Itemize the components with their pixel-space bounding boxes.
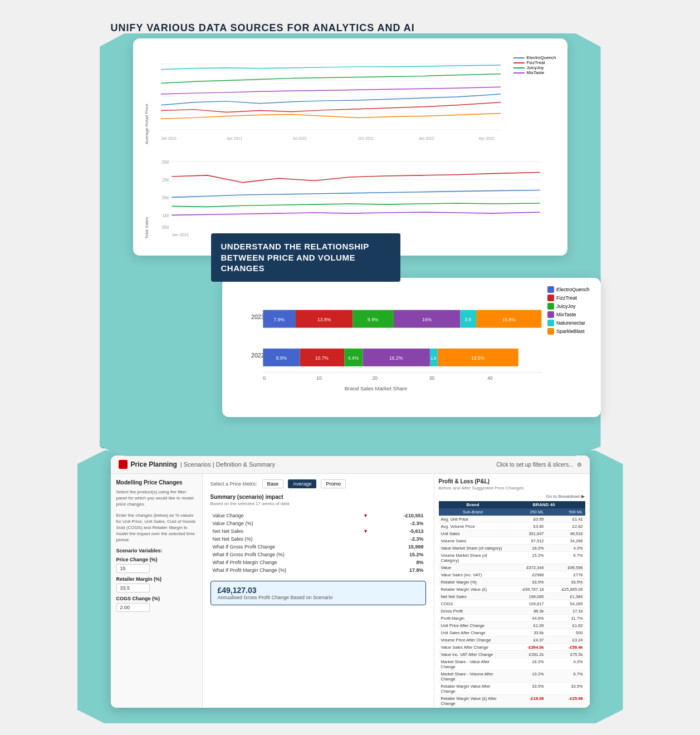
pl-sub-label: Sub-Brand <box>441 509 505 514</box>
highlight-amount: £49,127.03 <box>218 586 419 595</box>
svg-text:30: 30 <box>429 375 434 381</box>
pl-row: Value inc. VAT After Change£391.2k£75.5k <box>439 651 585 658</box>
section-2-wrapper: UNDERSTAND THE RELATIONSHIP BETWEEN PRIC… <box>100 233 601 417</box>
pl-sub-500ml: 500 ML <box>544 509 583 514</box>
impact-table: Value Change ▼ -£10,551 Value Change (%)… <box>211 512 426 574</box>
pl-subheader-row: Sub-Brand 250 ML 500 ML <box>439 508 585 516</box>
stacked-bar-area: 2023 7.9% 13.8% 9.9% 16% 3.9 <box>233 286 542 413</box>
dashboard-app-title: Price Planning <box>131 460 177 468</box>
svg-text:0: 0 <box>263 375 266 381</box>
filter-slicers-text: Click to set up filters & slicers... <box>496 462 573 468</box>
table-row: What If Gross Profit Change (%) 15.2% <box>211 551 426 558</box>
line-chart-1-legend: ElectroQuench FizzTreat JuicyJoy MixTast… <box>513 55 556 75</box>
pl-row: Profit Margin44.6%31.7% <box>439 615 585 622</box>
pl-row: Retailer Margin (%)33.5%33.5% <box>439 579 585 586</box>
svg-text:8.9%: 8.9% <box>276 355 287 361</box>
row-value-4: 15,999 <box>379 543 426 551</box>
svg-text:16%: 16% <box>422 317 432 322</box>
svg-text:Apr 2021: Apr 2021 <box>227 136 242 141</box>
sidebar-label-1: Retailer Margin (%) <box>116 576 197 582</box>
svg-text:1M: 1M <box>162 213 169 218</box>
svg-text:Jan 2022: Jan 2022 <box>418 136 434 140</box>
spacer-1 <box>361 520 379 527</box>
svg-text:10: 10 <box>316 375 322 381</box>
svg-text:2M: 2M <box>162 177 169 183</box>
svg-text:7.9%: 7.9% <box>273 317 285 322</box>
tooltip-box: UNDERSTAND THE RELATIONSHIP BETWEEN PRIC… <box>211 233 400 282</box>
dashboard-main: Select a Price Metric: Base Average Prom… <box>203 474 434 708</box>
svg-text:Brand Sales Market Share: Brand Sales Market Share <box>344 385 407 391</box>
pl-row: Retailer Margin Value (£)-£99,787.18-£25… <box>439 586 585 593</box>
dashboard-breadcrumb: | Scenarios | Definition & Summary <box>180 461 275 468</box>
price-metric-row: Select a Price Metric: Base Average Prom… <box>211 479 426 488</box>
row-value-3: -2.3% <box>379 535 426 543</box>
pl-row: Retailer Margin Value (£) After Change-£… <box>439 695 585 707</box>
page-container: UNIFY VARIOUS DATA SOURCES FOR ANALYTICS… <box>0 0 700 735</box>
base-button[interactable]: Base <box>262 479 284 488</box>
svg-text:20: 20 <box>372 375 378 381</box>
pl-header-label: Brand <box>441 502 505 507</box>
table-row: What If Profit Margin Change 8% <box>211 558 426 566</box>
sidebar-label-0: Price Change (%) <box>116 557 197 562</box>
pl-title: Profit & Loss (P&L) <box>439 478 585 484</box>
table-row: What If Gross Profit Change 15,999 <box>211 543 426 551</box>
table-row: Value Change (%) -2.3% <box>211 520 426 527</box>
line-chart-svg-2: 2.5M 2M 1.5M 1M 0.5M Jan 2021 Apr 2021 J… <box>161 150 551 239</box>
svg-text:Jan 2021: Jan 2021 <box>161 136 177 140</box>
row-value-5: 15.2% <box>379 551 426 558</box>
dashboard-sidebar: Modelling Price Changes Select the produ… <box>111 474 203 708</box>
settings-icon[interactable]: ⚙ <box>577 462 582 468</box>
pl-row: Volume Market Share (of Category)15.2%6.… <box>439 552 585 564</box>
pl-row: Market Share - Value After Change16.2%4.… <box>439 658 585 670</box>
price-change-input[interactable] <box>116 564 150 573</box>
row-label-6: What If Profit Margin Change <box>211 558 361 566</box>
dashboard-controls: Click to set up filters & slicers... ⚙ <box>496 462 581 468</box>
svg-text:13.8%: 13.8% <box>317 317 331 322</box>
svg-text:2.5M: 2.5M <box>161 159 169 165</box>
pl-row: Avg. Unit Price£0.95£1.41 <box>439 516 585 523</box>
average-button[interactable]: Average <box>288 479 316 488</box>
stacked-bar-card: 2023 7.9% 13.8% 9.9% 16% 3.9 <box>222 278 601 417</box>
dashboard-title-area: Price Planning | Scenarios | Definition … <box>119 460 276 469</box>
down-arrow-2: ▼ <box>361 527 379 535</box>
retailer-margin-input[interactable] <box>116 584 150 592</box>
svg-text:4.4%: 4.4% <box>347 355 359 361</box>
row-label-7: What If Profit Margin Change (%) <box>211 566 361 574</box>
svg-text:9.9%: 9.9% <box>367 317 378 322</box>
sidebar-desc-1: Select the product(s) using the filter p… <box>116 489 197 508</box>
table-row: Net Net Sales (%) -2.3% <box>211 535 426 543</box>
row-value-6: 8% <box>379 558 426 566</box>
dashboard-card: Price Planning | Scenarios | Definition … <box>111 455 590 708</box>
pl-sub-250ml: 250 ML <box>505 509 544 514</box>
cogs-change-input[interactable] <box>116 603 150 612</box>
section-1: UNIFY VARIOUS DATA SOURCES FOR ANALYTICS… <box>0 17 700 256</box>
y-axis-label-1: Average Retail Price <box>144 50 149 144</box>
pl-row: Unit Price After Change£1.09£1.62 <box>439 622 585 629</box>
svg-text:Apr 2022: Apr 2022 <box>478 136 494 141</box>
row-value-0: -£10,551 <box>379 512 426 520</box>
spacer-5 <box>361 551 379 558</box>
row-label-0: Value Change <box>211 512 361 520</box>
pl-header-brand: BRAND 40 <box>505 502 583 507</box>
bar-chart-legend: ElectroQuench FizzTreat JuicyJoy MixTast… <box>547 286 590 335</box>
pl-row: Avg. Volume Price£3.80£2.82 <box>439 523 585 530</box>
spacer-3 <box>361 535 379 543</box>
pl-row: Value Sales (inc. VAT)£2988£776 <box>439 571 585 579</box>
promo-button[interactable]: Promo <box>321 479 346 488</box>
spacer-4 <box>361 543 379 551</box>
svg-text:1.8: 1.8 <box>430 356 436 361</box>
summary-title: Summary (scenario) impact <box>211 494 426 500</box>
row-label-5: What If Gross Profit Change (%) <box>211 551 361 558</box>
row-label-3: Net Net Sales (%) <box>211 535 361 543</box>
pl-row: Unit Sales After Change33.6k500 <box>439 629 585 636</box>
goto-breakdown-link[interactable]: Go to Breakdown ▶ <box>439 494 585 499</box>
summary-sub: Based on the selected 17 weeks of data <box>211 501 426 506</box>
pl-row: Value£372,344£96,596 <box>439 564 585 571</box>
table-row: Net Net Sales ▼ -5,613 <box>211 527 426 535</box>
red-square-icon <box>119 460 128 469</box>
pl-row: Value Market Share (of category)16.2%4.2… <box>439 545 585 552</box>
svg-text:Jul 2021: Jul 2021 <box>292 136 307 140</box>
section-3: VISUALIZE REVENUE CHANGES ASSOCIATED WIT… <box>0 434 700 708</box>
pl-row: Gross Profit88.3k17.1k <box>439 607 585 615</box>
highlight-label: Annualised Gross Profit Change Based on … <box>218 595 419 600</box>
